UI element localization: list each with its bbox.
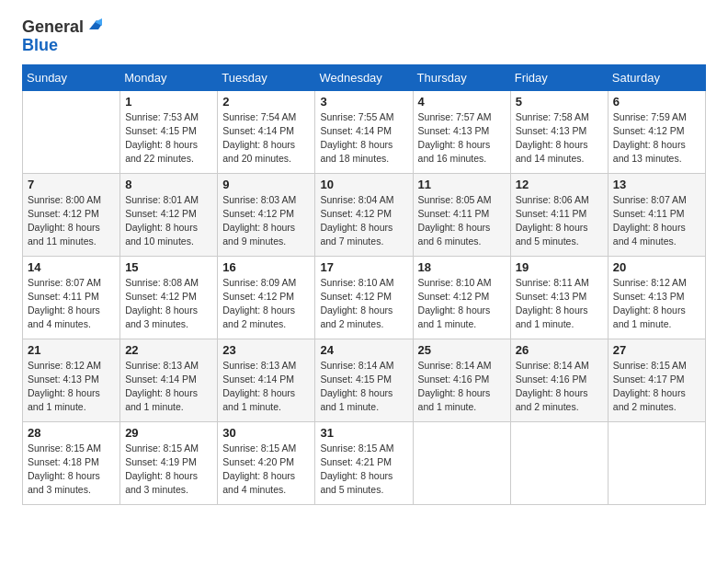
cell-sun-info: Sunrise: 8:07 AMSunset: 4:11 PMDaylight:… xyxy=(28,276,115,332)
cell-sun-info: Sunrise: 7:58 AMSunset: 4:13 PMDaylight:… xyxy=(516,110,603,167)
calendar-cell: 5Sunrise: 7:58 AMSunset: 4:13 PMDaylight… xyxy=(510,90,608,173)
calendar-cell xyxy=(23,90,120,173)
calendar-cell: 28Sunrise: 8:15 AMSunset: 4:18 PMDayligh… xyxy=(23,421,120,504)
day-number: 29 xyxy=(125,426,212,440)
cell-sun-info: Sunrise: 8:15 AMSunset: 4:17 PMDaylight:… xyxy=(613,359,700,415)
cell-sun-info: Sunrise: 7:57 AMSunset: 4:13 PMDaylight:… xyxy=(418,110,506,167)
calendar-week-row: 21Sunrise: 8:12 AMSunset: 4:13 PMDayligh… xyxy=(23,339,706,421)
day-number: 19 xyxy=(516,260,603,274)
cell-sun-info: Sunrise: 8:15 AMSunset: 4:19 PMDaylight:… xyxy=(125,442,212,498)
cell-sun-info: Sunrise: 8:15 AMSunset: 4:18 PMDaylight:… xyxy=(28,442,115,498)
page-header: General Blue xyxy=(22,18,706,55)
cell-sun-info: Sunrise: 8:08 AMSunset: 4:12 PMDaylight:… xyxy=(125,276,212,332)
day-number: 12 xyxy=(516,178,603,191)
calendar-cell: 4Sunrise: 7:57 AMSunset: 4:13 PMDaylight… xyxy=(413,90,510,173)
header-saturday: Saturday xyxy=(608,64,705,90)
day-number: 27 xyxy=(613,343,700,357)
day-number: 16 xyxy=(222,260,310,274)
header-sunday: Sunday xyxy=(23,64,120,90)
cell-sun-info: Sunrise: 8:14 AMSunset: 4:16 PMDaylight:… xyxy=(516,359,603,415)
calendar-cell: 12Sunrise: 8:06 AMSunset: 4:11 PMDayligh… xyxy=(510,173,608,256)
calendar-cell: 6Sunrise: 7:59 AMSunset: 4:12 PMDaylight… xyxy=(608,90,705,173)
header-friday: Friday xyxy=(510,64,608,90)
calendar-cell: 20Sunrise: 8:12 AMSunset: 4:13 PMDayligh… xyxy=(608,256,705,339)
day-number: 4 xyxy=(418,95,506,109)
calendar-cell: 8Sunrise: 8:01 AMSunset: 4:12 PMDaylight… xyxy=(120,173,218,256)
cell-sun-info: Sunrise: 8:06 AMSunset: 4:11 PMDaylight:… xyxy=(516,193,603,249)
day-number: 8 xyxy=(125,178,212,191)
day-number: 11 xyxy=(418,178,506,191)
cell-sun-info: Sunrise: 8:12 AMSunset: 4:13 PMDaylight:… xyxy=(613,276,700,332)
cell-sun-info: Sunrise: 8:03 AMSunset: 4:12 PMDaylight:… xyxy=(222,193,310,249)
cell-sun-info: Sunrise: 8:10 AMSunset: 4:12 PMDaylight:… xyxy=(320,276,407,332)
calendar-cell: 14Sunrise: 8:07 AMSunset: 4:11 PMDayligh… xyxy=(23,256,120,339)
day-number: 5 xyxy=(516,95,603,109)
day-number: 18 xyxy=(418,260,506,274)
calendar-cell: 2Sunrise: 7:54 AMSunset: 4:14 PMDaylight… xyxy=(218,90,315,173)
calendar-cell: 7Sunrise: 8:00 AMSunset: 4:12 PMDaylight… xyxy=(23,173,120,256)
calendar-cell: 11Sunrise: 8:05 AMSunset: 4:11 PMDayligh… xyxy=(413,173,510,256)
day-number: 2 xyxy=(222,95,310,109)
header-thursday: Thursday xyxy=(413,64,510,90)
calendar-table: SundayMondayTuesdayWednesdayThursdayFrid… xyxy=(22,64,706,505)
day-number: 3 xyxy=(320,95,407,109)
cell-sun-info: Sunrise: 8:09 AMSunset: 4:12 PMDaylight:… xyxy=(222,276,310,332)
day-number: 30 xyxy=(222,426,310,440)
cell-sun-info: Sunrise: 7:53 AMSunset: 4:15 PMDaylight:… xyxy=(125,110,212,167)
cell-sun-info: Sunrise: 8:00 AMSunset: 4:12 PMDaylight:… xyxy=(28,193,115,249)
calendar-cell xyxy=(510,421,608,504)
calendar-cell: 23Sunrise: 8:13 AMSunset: 4:14 PMDayligh… xyxy=(218,339,315,421)
day-number: 6 xyxy=(613,95,700,109)
day-number: 24 xyxy=(320,343,407,357)
calendar-cell: 29Sunrise: 8:15 AMSunset: 4:19 PMDayligh… xyxy=(120,421,218,504)
cell-sun-info: Sunrise: 7:55 AMSunset: 4:14 PMDaylight:… xyxy=(320,110,407,167)
calendar-cell: 10Sunrise: 8:04 AMSunset: 4:12 PMDayligh… xyxy=(315,173,413,256)
calendar-cell: 25Sunrise: 8:14 AMSunset: 4:16 PMDayligh… xyxy=(413,339,510,421)
calendar-header-row: SundayMondayTuesdayWednesdayThursdayFrid… xyxy=(23,64,706,90)
day-number: 10 xyxy=(320,178,407,191)
calendar-cell: 1Sunrise: 7:53 AMSunset: 4:15 PMDaylight… xyxy=(120,90,218,173)
calendar-cell: 18Sunrise: 8:10 AMSunset: 4:12 PMDayligh… xyxy=(413,256,510,339)
calendar-cell: 19Sunrise: 8:11 AMSunset: 4:13 PMDayligh… xyxy=(510,256,608,339)
calendar-cell: 26Sunrise: 8:14 AMSunset: 4:16 PMDayligh… xyxy=(510,339,608,421)
cell-sun-info: Sunrise: 8:13 AMSunset: 4:14 PMDaylight:… xyxy=(222,359,310,415)
calendar-cell: 24Sunrise: 8:14 AMSunset: 4:15 PMDayligh… xyxy=(315,339,413,421)
cell-sun-info: Sunrise: 8:01 AMSunset: 4:12 PMDaylight:… xyxy=(125,193,212,249)
calendar-cell: 15Sunrise: 8:08 AMSunset: 4:12 PMDayligh… xyxy=(120,256,218,339)
calendar-cell: 30Sunrise: 8:15 AMSunset: 4:20 PMDayligh… xyxy=(218,421,315,504)
day-number: 25 xyxy=(418,343,506,357)
cell-sun-info: Sunrise: 8:15 AMSunset: 4:20 PMDaylight:… xyxy=(222,442,310,498)
logo-general-text: General xyxy=(22,18,84,37)
calendar-cell: 17Sunrise: 8:10 AMSunset: 4:12 PMDayligh… xyxy=(315,256,413,339)
calendar-cell: 16Sunrise: 8:09 AMSunset: 4:12 PMDayligh… xyxy=(218,256,315,339)
cell-sun-info: Sunrise: 8:07 AMSunset: 4:11 PMDaylight:… xyxy=(613,193,700,249)
calendar-cell: 31Sunrise: 8:15 AMSunset: 4:21 PMDayligh… xyxy=(315,421,413,504)
cell-sun-info: Sunrise: 8:04 AMSunset: 4:12 PMDaylight:… xyxy=(320,193,407,249)
cell-sun-info: Sunrise: 8:14 AMSunset: 4:15 PMDaylight:… xyxy=(320,359,407,415)
cell-sun-info: Sunrise: 8:11 AMSunset: 4:13 PMDaylight:… xyxy=(516,276,603,332)
day-number: 28 xyxy=(28,426,115,440)
calendar-cell: 21Sunrise: 8:12 AMSunset: 4:13 PMDayligh… xyxy=(23,339,120,421)
calendar-cell: 27Sunrise: 8:15 AMSunset: 4:17 PMDayligh… xyxy=(608,339,705,421)
logo-blue-text: Blue xyxy=(22,37,102,55)
cell-sun-info: Sunrise: 7:59 AMSunset: 4:12 PMDaylight:… xyxy=(613,110,700,167)
cell-sun-info: Sunrise: 8:15 AMSunset: 4:21 PMDaylight:… xyxy=(320,442,407,498)
day-number: 20 xyxy=(613,260,700,274)
day-number: 7 xyxy=(28,178,115,191)
cell-sun-info: Sunrise: 7:54 AMSunset: 4:14 PMDaylight:… xyxy=(222,110,310,167)
calendar-cell xyxy=(413,421,510,504)
cell-sun-info: Sunrise: 8:10 AMSunset: 4:12 PMDaylight:… xyxy=(418,276,506,332)
day-number: 1 xyxy=(125,95,212,109)
cell-sun-info: Sunrise: 8:13 AMSunset: 4:14 PMDaylight:… xyxy=(125,359,212,415)
logo-bird-icon xyxy=(85,17,102,33)
header-wednesday: Wednesday xyxy=(315,64,413,90)
calendar-cell: 13Sunrise: 8:07 AMSunset: 4:11 PMDayligh… xyxy=(608,173,705,256)
header-monday: Monday xyxy=(120,64,218,90)
day-number: 31 xyxy=(320,426,407,440)
day-number: 15 xyxy=(125,260,212,274)
calendar-cell: 3Sunrise: 7:55 AMSunset: 4:14 PMDaylight… xyxy=(315,90,413,173)
logo: General Blue xyxy=(22,18,102,55)
calendar-week-row: 14Sunrise: 8:07 AMSunset: 4:11 PMDayligh… xyxy=(23,256,706,339)
calendar-cell: 22Sunrise: 8:13 AMSunset: 4:14 PMDayligh… xyxy=(120,339,218,421)
calendar-week-row: 1Sunrise: 7:53 AMSunset: 4:15 PMDaylight… xyxy=(23,90,706,173)
